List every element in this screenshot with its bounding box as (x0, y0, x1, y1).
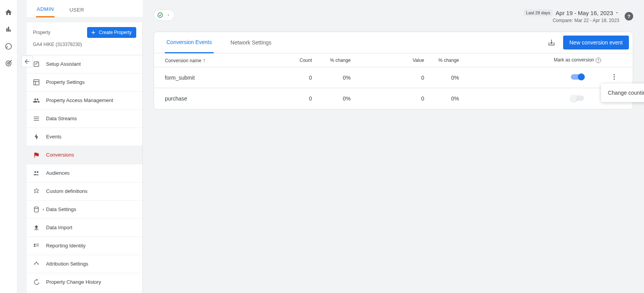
help-icon[interactable]: ? (625, 12, 633, 20)
change-cell: 0% (312, 95, 351, 102)
svg-point-17 (613, 78, 615, 80)
toggle-mark-conversion[interactable] (571, 74, 584, 80)
svg-point-16 (613, 76, 615, 77)
attribution-icon (33, 261, 40, 267)
sidebar-item-custom-definitions[interactable]: Custom definitions (27, 182, 142, 201)
svg-point-5 (37, 171, 39, 173)
svg-rect-8 (34, 245, 36, 247)
sidebar-item-label: Events (46, 134, 62, 140)
events-icon (33, 133, 40, 140)
count-cell: 0 (289, 75, 312, 81)
svg-rect-7 (34, 244, 36, 245)
sidebar-item-events[interactable]: Events (27, 128, 142, 146)
sidebar-item-data-settings[interactable]: Data Settings (27, 201, 142, 219)
count-cell: 0 (289, 95, 312, 102)
svg-rect-10 (36, 245, 39, 246)
sidebar-item-label: Conversions (46, 152, 74, 158)
conversion-name-cell[interactable]: form_submit (165, 75, 289, 81)
tab-user[interactable]: USER (69, 2, 85, 17)
database-icon (33, 206, 40, 213)
conversions-card: Conversion Events Network Settings New c… (154, 32, 633, 109)
col-mark-conversion: Mark as conversion? (548, 57, 606, 63)
col-value[interactable]: Value (401, 58, 424, 63)
sidebar-item-label: Property Settings (46, 79, 85, 86)
conversion-name-cell[interactable]: purchase (165, 95, 289, 102)
table-row: form_submit 0 0% 0 0% Change counting me… (154, 67, 633, 88)
value-cell: 0 (401, 95, 424, 102)
sidebar-item-conversions[interactable]: Conversions (27, 146, 142, 164)
svg-rect-9 (36, 244, 39, 245)
value-cell: 0 (401, 75, 424, 81)
sidebar-item-audiences[interactable]: Audiences (27, 164, 142, 182)
property-name[interactable]: GA4 HIKE (313378230) (33, 42, 136, 47)
sidebar-item-label: Reporting Identity (46, 243, 86, 249)
col-change-1[interactable]: % change (312, 58, 351, 63)
identity-icon (33, 242, 40, 249)
sidebar-item-label: Setup Assistant (46, 61, 81, 68)
more-vert-icon[interactable] (610, 73, 618, 81)
help-inline-icon[interactable]: ? (596, 58, 601, 63)
definitions-icon (33, 188, 40, 195)
change-cell: 0% (424, 95, 459, 102)
create-property-button[interactable]: Create Property (87, 27, 136, 38)
menu-item-change-counting[interactable]: Change counting method (608, 90, 644, 96)
toggle-mark-conversion[interactable] (571, 95, 584, 101)
sidebar-item-label: Data Streams (46, 116, 77, 122)
home-icon[interactable] (5, 9, 12, 16)
sort-ascending-icon: ↑ (203, 57, 206, 63)
sidebar-item-access-management[interactable]: Property Access Management (27, 92, 142, 110)
sidebar-item-reporting-identity[interactable]: Reporting Identity (27, 237, 142, 255)
flag-icon (33, 152, 40, 158)
history-icon (33, 279, 40, 286)
status-chip[interactable] (154, 9, 175, 21)
new-conversion-event-button[interactable]: New conversion event (563, 36, 629, 49)
sidebar-item-change-history[interactable]: Property Change History (27, 273, 142, 291)
change-cell: 0% (312, 75, 351, 81)
reports-icon[interactable] (5, 26, 12, 33)
col-count[interactable]: Count (289, 58, 312, 63)
admin-user-tabs: ADMIN USER (27, 0, 143, 17)
sidebar-item-attribution-settings[interactable]: Attribution Settings (27, 255, 142, 273)
sidebar-item-label: Property Change History (46, 279, 101, 286)
main-content: Last 28 days Apr 19 - May 16, 2023 Compa… (143, 0, 644, 293)
people-icon (33, 97, 40, 104)
sidebar-item-label: Attribution Settings (46, 261, 88, 267)
explore-icon[interactable] (5, 43, 12, 50)
date-range-text: Apr 19 - May 16, 2023 (556, 10, 613, 16)
layout-icon (33, 79, 40, 86)
advertising-icon[interactable] (5, 60, 12, 67)
col-conversion-name[interactable]: Conversion name↑ (165, 57, 289, 63)
svg-point-15 (613, 74, 615, 75)
audiences-icon (33, 170, 40, 177)
sidebar-item-label: Property Access Management (46, 97, 113, 104)
checkbox-icon (33, 61, 40, 68)
change-cell: 0% (424, 75, 459, 81)
download-icon[interactable] (548, 39, 555, 46)
check-circle-icon (157, 12, 163, 18)
sidebar-item-property-settings[interactable]: Property Settings (27, 73, 142, 92)
context-menu: Change counting method (601, 83, 644, 102)
chevron-down-icon (166, 13, 170, 17)
sidebar-item-data-streams[interactable]: Data Streams (27, 110, 142, 128)
table-row: purchase 0 0% 0 0% (154, 88, 633, 109)
chevron-down-icon (615, 10, 619, 15)
sidebar-item-data-import[interactable]: Data Import (27, 219, 142, 237)
tab-network-settings[interactable]: Network Settings (229, 32, 273, 53)
chevron-right-icon (41, 206, 45, 213)
plus-icon (90, 29, 96, 36)
date-range-picker[interactable]: Apr 19 - May 16, 2023 (556, 10, 619, 16)
table-header: Conversion name↑ Count % change Value % … (154, 53, 633, 67)
back-button[interactable] (21, 56, 33, 67)
tab-conversion-events[interactable]: Conversion Events (165, 32, 214, 53)
col-change-2[interactable]: % change (424, 58, 459, 63)
svg-point-4 (34, 171, 36, 173)
svg-point-0 (6, 44, 12, 49)
sidebar-item-label: Data Import (46, 225, 72, 231)
streams-icon (33, 115, 40, 122)
tab-admin[interactable]: ADMIN (36, 1, 55, 17)
date-compare-text: Compare: Mar 22 - Apr 18, 2023 (524, 18, 619, 23)
sidebar-item-setup-assistant[interactable]: Setup Assistant (27, 55, 142, 73)
svg-point-14 (158, 13, 163, 17)
property-heading: Property (33, 30, 50, 35)
nav-rail (0, 0, 17, 293)
